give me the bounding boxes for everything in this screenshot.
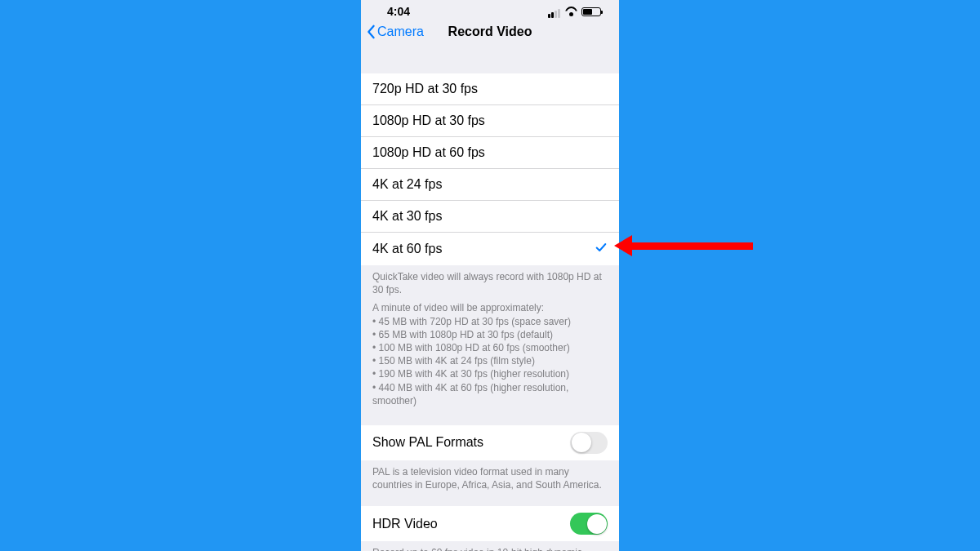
- status-icons: [548, 5, 601, 18]
- pal-label: Show PAL Formats: [372, 435, 483, 450]
- video-option-row[interactable]: 4K at 24 fps: [361, 169, 619, 201]
- pal-note: PAL is a television video format used in…: [361, 460, 619, 495]
- video-option-row[interactable]: 1080p HD at 60 fps: [361, 137, 619, 169]
- phone-screen: 4:04 Camera Record Video 720p HD at 30 f…: [361, 0, 619, 551]
- video-option-label: 720p HD at 30 fps: [372, 82, 478, 96]
- chevron-left-icon: [366, 24, 376, 39]
- page-title: Record Video: [448, 24, 532, 39]
- checkmark-icon: [595, 241, 608, 257]
- size-estimates: A minute of video will be approximately:…: [361, 300, 619, 411]
- status-time: 4:04: [387, 5, 410, 18]
- cellular-icon: [548, 5, 561, 18]
- battery-icon: [581, 7, 601, 16]
- hdr-video-row[interactable]: HDR Video: [361, 506, 619, 541]
- video-option-label: 1080p HD at 60 fps: [372, 145, 485, 160]
- status-bar: 4:04: [361, 0, 619, 23]
- pal-toggle[interactable]: [570, 432, 608, 454]
- show-pal-formats-row[interactable]: Show PAL Formats: [361, 425, 619, 460]
- quicktake-note: QuickTake video will always record with …: [361, 265, 619, 300]
- video-option-label: 4K at 30 fps: [372, 209, 442, 224]
- video-option-row[interactable]: 1080p HD at 30 fps: [361, 105, 619, 137]
- red-arrow-annotation: [614, 235, 753, 256]
- wifi-icon: [565, 7, 577, 16]
- video-option-row[interactable]: 4K at 30 fps: [361, 201, 619, 233]
- back-button[interactable]: Camera: [366, 24, 424, 39]
- video-option-label: 4K at 60 fps: [372, 242, 442, 256]
- video-format-list: 720p HD at 30 fps1080p HD at 30 fps1080p…: [361, 73, 619, 265]
- video-option-label: 1080p HD at 30 fps: [372, 113, 485, 128]
- video-option-label: 4K at 24 fps: [372, 177, 442, 192]
- back-label: Camera: [377, 24, 424, 39]
- hdr-label: HDR Video: [372, 517, 438, 531]
- hdr-note: Record up to 60 fps video in 10-bit high…: [361, 541, 619, 551]
- hdr-toggle[interactable]: [570, 513, 608, 535]
- navigation-bar: Camera Record Video: [361, 23, 619, 54]
- video-option-row[interactable]: 720p HD at 30 fps: [361, 73, 619, 105]
- video-option-row[interactable]: 4K at 60 fps: [361, 233, 619, 265]
